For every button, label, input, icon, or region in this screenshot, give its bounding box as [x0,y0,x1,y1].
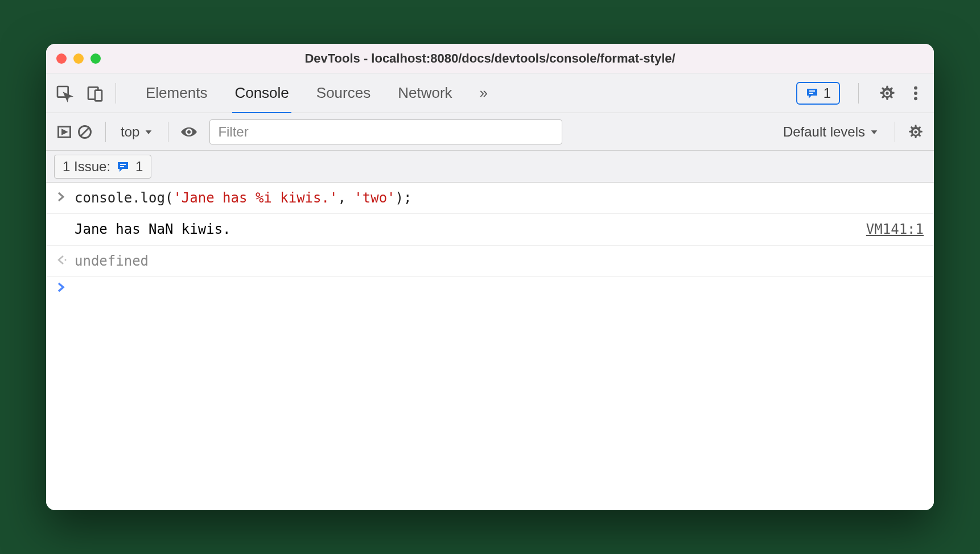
filter-input[interactable] [209,119,562,144]
console-input-code: console.log('Jane has %i kiwis.', 'two')… [75,187,924,209]
divider [168,122,168,142]
right-toolbar: 1 [796,82,926,105]
tab-elements[interactable]: Elements [143,74,209,112]
issues-chip-count: 1 [135,159,143,175]
tab-network[interactable]: Network [396,74,454,112]
return-chevron-icon [56,254,75,266]
panel-tabs: Elements Console Sources Network » [143,74,796,112]
toggle-sidebar-icon[interactable] [54,122,75,142]
log-levels-selector[interactable]: Default levels [783,124,879,140]
issues-chip[interactable]: 1 Issue: 1 [54,155,151,179]
chevron-down-icon [144,127,153,137]
console-return-row: undefined [46,246,934,277]
message-icon [116,160,130,173]
context-label: top [121,124,139,140]
titlebar: DevTools - localhost:8080/docs/devtools/… [46,44,934,73]
divider [858,83,859,104]
close-button[interactable] [56,53,67,64]
issues-count: 1 [823,85,831,101]
console-output-row: Jane has NaN kiwis. VM141:1 [46,214,934,245]
chevron-down-icon [870,127,879,137]
source-link[interactable]: VM141:1 [855,218,924,240]
console-input-row: console.log('Jane has %i kiwis.', 'two')… [46,183,934,214]
console-output-text: Jane has NaN kiwis. [75,218,855,240]
svg-point-7 [914,97,917,100]
more-menu-icon[interactable] [905,83,926,104]
issues-counter[interactable]: 1 [796,82,840,105]
console-toolbar: top Default levels [46,113,934,151]
divider [116,83,116,104]
svg-rect-2 [95,90,102,101]
console-return-value: undefined [75,250,924,272]
svg-point-5 [914,86,917,89]
console-output[interactable]: console.log('Jane has %i kiwis.', 'two')… [46,183,934,510]
divider [105,122,106,142]
message-icon [805,86,819,100]
issues-bar: 1 Issue: 1 [46,151,934,183]
devtools-window: DevTools - localhost:8080/docs/devtools/… [46,44,934,510]
inspect-tools [54,83,105,104]
tab-console[interactable]: Console [232,74,291,114]
clear-console-icon[interactable] [75,122,95,142]
levels-label: Default levels [783,124,865,140]
svg-point-12 [187,130,191,134]
window-controls [56,53,101,64]
main-tabbar: Elements Console Sources Network » 1 [46,73,934,113]
console-settings-icon[interactable] [905,122,926,142]
inspect-element-icon[interactable] [54,83,75,104]
issues-label: 1 Issue: [63,159,110,175]
live-expression-icon[interactable] [179,122,199,142]
minimize-button[interactable] [73,53,84,64]
console-prompt-row[interactable] [46,277,934,297]
divider [895,122,895,142]
prompt-chevron-icon [56,282,75,293]
device-toolbar-icon[interactable] [85,83,105,104]
svg-point-15 [65,259,67,261]
context-selector[interactable]: top [121,124,153,140]
tab-sources[interactable]: Sources [314,74,373,112]
maximize-button[interactable] [90,53,101,64]
input-chevron-icon [56,191,75,202]
svg-line-10 [81,128,89,136]
window-title: DevTools - localhost:8080/docs/devtools/… [304,51,675,66]
settings-icon[interactable] [877,83,897,104]
svg-point-6 [914,92,917,95]
tab-overflow[interactable]: » [477,74,490,112]
